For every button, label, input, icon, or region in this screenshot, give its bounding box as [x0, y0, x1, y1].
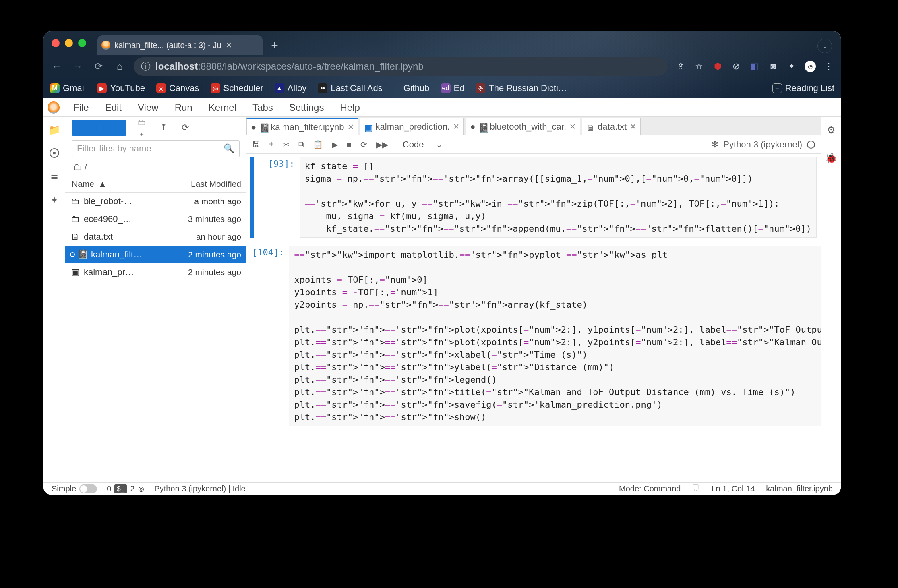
menu-tabs[interactable]: Tabs [247, 99, 279, 116]
reload-button[interactable]: ⟳ [92, 61, 106, 72]
upload-icon[interactable]: ⤒ [157, 122, 170, 133]
file-name: ece4960_… [84, 214, 161, 224]
extensions-icon[interactable]: ✦ [786, 61, 797, 72]
back-button[interactable]: ← [50, 61, 64, 72]
status-mode: Mode: Command [619, 484, 681, 493]
bookmark-canvas[interactable]: ◎Canvas [156, 83, 199, 93]
cell-type-select[interactable]: Code [400, 139, 434, 151]
cell-code[interactable]: kf_state = [] sigma = np.=="str">"fn">==… [300, 157, 817, 238]
file-browser-icon[interactable]: 📁 [48, 124, 60, 136]
col-name[interactable]: Name ▲ [65, 176, 161, 192]
close-tab-icon[interactable]: ✕ [453, 122, 459, 131]
file-name: kalman_filt… [91, 249, 161, 260]
file-row[interactable]: 🗎data.txtan hour ago [65, 228, 246, 246]
doc-tab[interactable]: ●📓bluetooth_with_car.✕ [466, 118, 580, 135]
bookmark-github[interactable]: Github [403, 83, 430, 93]
camera-icon[interactable]: ◙ [768, 61, 779, 72]
bookmark-scheduler[interactable]: ◎Scheduler [211, 83, 263, 93]
file-row[interactable]: 🗀ece4960_…3 minutes ago [65, 210, 246, 228]
forward-button[interactable]: → [71, 61, 85, 72]
file-filter-input[interactable]: Filter files by name 🔍 [72, 140, 240, 157]
run-icon[interactable]: ▶ [332, 140, 338, 149]
profile-avatar[interactable]: ◔ [805, 61, 816, 72]
breadcrumb[interactable]: 🗀 / [65, 160, 246, 176]
code-cell[interactable]: [93]:kf_state = [] sigma = np.=="str">"f… [250, 157, 817, 238]
notebook[interactable]: [93]:kf_state = [] sigma = np.=="str">"f… [246, 154, 821, 482]
share-icon[interactable]: ⇪ [675, 61, 686, 72]
bookmark-alloy[interactable]: ▲Alloy [275, 83, 307, 93]
menu-edit[interactable]: Edit [99, 99, 127, 116]
tab-title: data.txt [598, 122, 627, 132]
file-row[interactable]: 🗀ble_robot-…a month ago [65, 193, 246, 210]
menu-help[interactable]: Help [334, 99, 365, 116]
stop-icon[interactable]: ■ [347, 140, 352, 149]
doc-tab[interactable]: ●📓kalman_filter.ipynb✕ [246, 118, 358, 135]
doc-tab[interactable]: ▣kalman_prediction.✕ [360, 118, 464, 135]
close-tab-icon[interactable]: ✕ [226, 40, 232, 50]
kernel-name[interactable]: Python 3 (ipykernel) [723, 139, 802, 150]
close-window-icon[interactable] [52, 39, 60, 47]
menu-run[interactable]: Run [169, 99, 198, 116]
reading-list[interactable]: ≡Reading List [772, 83, 834, 93]
bookmark-ed[interactable]: edEd [441, 83, 465, 93]
doc-tab[interactable]: 🗎data.txt✕ [582, 118, 641, 135]
cut-icon[interactable]: ✂ [283, 140, 290, 149]
cell-code[interactable]: =="str">"kw">import matplotlib.=="str">"… [289, 246, 821, 426]
running-icon[interactable]: ■ [50, 148, 59, 158]
chrome-menu-icon[interactable]: ⋮ [823, 61, 834, 72]
maximize-window-icon[interactable] [78, 39, 86, 47]
traffic-lights[interactable] [52, 39, 86, 47]
menu-kernel[interactable]: Kernel [203, 99, 242, 116]
file-row[interactable]: 📓kalman_filt…2 minutes ago [65, 246, 246, 263]
run-all-icon[interactable]: ▶▶ [376, 140, 388, 149]
menu-file[interactable]: File [68, 99, 95, 116]
debugger-icon[interactable]: 🐞 [825, 152, 837, 164]
bookmark-gmail[interactable]: MGmail [50, 83, 86, 93]
status-counts[interactable]: 0$_ 2⊚ [107, 484, 145, 494]
bookmark-star-icon[interactable]: ☆ [693, 61, 705, 72]
breadcrumb-root[interactable]: / [85, 162, 87, 172]
restart-icon[interactable]: ⟳ [360, 140, 367, 149]
site-info-icon[interactable]: ⓘ [141, 60, 151, 73]
copy-icon[interactable]: ⧉ [298, 140, 304, 149]
insert-cell-icon[interactable]: + [269, 140, 274, 149]
ublock-icon[interactable]: ⬢ [712, 61, 723, 72]
url-box[interactable]: ⓘ localhost:8888/lab/workspaces/auto-a/t… [134, 57, 668, 76]
tab-overflow-button[interactable]: ⌄ [817, 39, 832, 53]
code-cell[interactable]: [104]:=="str">"kw">import matplotlib.=="… [250, 246, 817, 426]
home-button[interactable]: ⌂ [113, 61, 126, 72]
bookmark-russian[interactable]: ※The Russian Dicti… [476, 83, 567, 93]
close-tab-icon[interactable]: ✕ [569, 122, 576, 131]
new-launcher-button[interactable]: + [72, 120, 126, 136]
paste-icon[interactable]: 📋 [313, 140, 323, 149]
running-dot-icon [70, 252, 75, 257]
extension-icon[interactable]: ◧ [749, 61, 760, 72]
close-tab-icon[interactable]: ✕ [348, 122, 354, 132]
tab-title: bluetooth_with_car. [490, 122, 566, 132]
menu-view[interactable]: View [132, 99, 164, 116]
property-inspector-icon[interactable]: ⚙ [825, 124, 837, 136]
menu-settings[interactable]: Settings [283, 99, 330, 116]
file-modified: 2 minutes ago [161, 267, 241, 277]
jupyter-logo-icon [48, 101, 60, 114]
minimize-window-icon[interactable] [65, 39, 73, 47]
simple-toggle[interactable]: Simple [52, 484, 97, 493]
close-tab-icon[interactable]: ✕ [630, 122, 636, 131]
browser-tab[interactable]: kalman_filte... (auto-a : 3) - Ju ✕ [97, 35, 263, 55]
new-folder-icon[interactable]: 🗀₊ [135, 117, 148, 138]
file-type-icon: 📓 [77, 249, 88, 260]
refresh-icon[interactable]: ⟳ [179, 122, 192, 133]
bookmark-lastcall[interactable]: ••Last Call Ads [318, 83, 382, 93]
col-modified[interactable]: Last Modified [161, 176, 246, 192]
toc-icon[interactable]: ≣ [48, 170, 60, 182]
save-icon[interactable]: 🖫 [252, 140, 260, 149]
status-kernel[interactable]: Python 3 (ipykernel) | Idle [154, 484, 245, 493]
kernel-bug-icon[interactable]: ✻ [711, 139, 718, 150]
status-trust-icon[interactable]: ⛉ [692, 484, 700, 493]
bookmark-youtube[interactable]: ▶YouTube [97, 83, 145, 93]
block-icon[interactable]: ⊘ [730, 61, 742, 72]
file-row[interactable]: ▣kalman_pr…2 minutes ago [65, 263, 246, 281]
cell-select-bar [250, 157, 254, 238]
new-tab-button[interactable]: + [267, 37, 283, 53]
extensions-icon[interactable]: ✦ [48, 194, 60, 206]
